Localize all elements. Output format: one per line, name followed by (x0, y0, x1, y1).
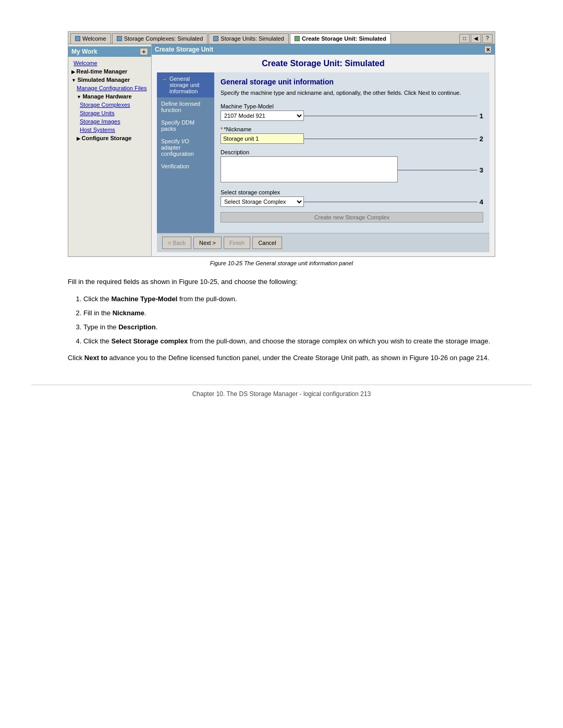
back-button[interactable]: < Back (162, 237, 191, 249)
annotation-num-4: 4 (480, 198, 483, 206)
tab-storage-complexes[interactable]: Storage Complexes: Simulated (112, 33, 208, 44)
step2-bold: Nickname (113, 309, 144, 317)
description-field-content (221, 156, 398, 184)
sidebar-item-realtime[interactable]: Real-time Manager (68, 67, 151, 76)
page-footer: Chapter 10. The DS Storage Manager - log… (31, 385, 532, 398)
tab-icon-complexes (117, 36, 122, 41)
wizard-section-title: General storage unit information (221, 78, 483, 86)
body-steps-list: Click the Machine Type-Model from the pu… (83, 294, 495, 347)
machine-type-select[interactable]: 2107 Model 921 (221, 110, 304, 121)
storage-complex-field-row: Select Storage Complex 4 (221, 196, 483, 207)
annotation-line-3 (398, 170, 478, 170)
body-text: Fill in the required fields as shown in … (68, 277, 495, 364)
nickname-input[interactable] (221, 133, 304, 144)
wizard-content: General storage unit information Specify… (214, 72, 489, 233)
wizard-steps: → General storage unit information Defin… (157, 72, 214, 233)
sidebar-item-host-systems[interactable]: Host Systems (68, 126, 151, 134)
tab-welcome[interactable]: Welcome (70, 33, 111, 44)
storage-complex-field-content: Select Storage Complex (221, 196, 304, 207)
annotation-line-4 (304, 202, 478, 202)
tab-controls: □ ◀ ? (459, 34, 493, 43)
body-next-para: Click Next to advance you to the Define … (68, 353, 495, 364)
next-button[interactable]: Next > (193, 237, 222, 249)
sidebar-item-config-files[interactable]: Manage Configuration Files (68, 84, 151, 92)
tab-minimize-btn[interactable]: □ (459, 34, 470, 43)
sidebar-item-simulated[interactable]: Simulated Manager (68, 76, 151, 84)
storage-complex-label: Select storage complex (221, 189, 483, 195)
tab-storage-units[interactable]: Storage Units: Simulated (209, 33, 289, 44)
nickname-group: *Nickname 2 (221, 126, 483, 144)
step3-bold: Description (118, 323, 156, 331)
step1-bold: Machine Type-Model (111, 295, 177, 303)
cancel-button[interactable]: Cancel (252, 237, 282, 249)
panel-main-title: Create Storage Unit: Simulated (157, 59, 489, 68)
sidebar-item-manage-hardware[interactable]: Manage Hardware (68, 92, 151, 101)
sidebar: My Work + Welcome Real-time Manager Simu… (68, 44, 152, 256)
annotation-num-2: 2 (480, 135, 483, 143)
sidebar-item-welcome[interactable]: Welcome (68, 59, 151, 67)
screenshot: Welcome Storage Complexes: Simulated Sto… (68, 31, 495, 257)
storage-complex-select[interactable]: Select Storage Complex (221, 196, 304, 207)
panel-inner: Create Storage Unit: Simulated → General… (152, 55, 495, 256)
machine-type-field-content: 2107 Model 921 (221, 110, 304, 121)
description-label: Description (221, 149, 483, 155)
wizard-step-verification[interactable]: Verification (157, 160, 214, 172)
body-intro: Fill in the required fields as shown in … (68, 277, 495, 288)
wizard-step-licensed[interactable]: Define licensed function (157, 97, 214, 116)
body-step-1: Click the Machine Type-Model from the pu… (83, 294, 495, 305)
wizard-step-ddm[interactable]: Specify DDM packs (157, 116, 214, 135)
figure-caption: Figure 10-25 The General storage unit in… (31, 260, 532, 266)
machine-type-group: Machine Type-Model 2107 Model 921 1 (221, 103, 483, 121)
description-field-row: 3 (221, 156, 483, 184)
body-step-3: Type in the Description. (83, 322, 495, 333)
nickname-field-row: 2 (221, 133, 483, 144)
wizard-area: → General storage unit information Defin… (157, 72, 489, 233)
sidebar-header: My Work + (68, 46, 151, 57)
storage-complex-group: Select storage complex Select Storage Co… (221, 189, 483, 223)
annotation-line-1 (304, 116, 478, 116)
nickname-label: *Nickname (221, 126, 483, 132)
annotation-line-2 (304, 139, 478, 139)
tab-icon-create (295, 36, 300, 41)
sidebar-item-configure-storage[interactable]: Configure Storage (68, 134, 151, 142)
create-new-storage-complex-btn[interactable]: Create new Storage Complex (221, 212, 483, 223)
wizard-description: Specify the machine type and nickname an… (221, 89, 483, 97)
tab-create-storage-unit[interactable]: Create Storage Unit: Simulated (290, 33, 391, 44)
step4-bold: Select Storage complex (111, 337, 188, 345)
machine-type-label: Machine Type-Model (221, 103, 483, 109)
right-panel: Create Storage Unit ✕ Create Storage Uni… (152, 44, 495, 256)
tab-icon-welcome (75, 36, 80, 41)
description-textarea[interactable] (221, 156, 398, 182)
body-step-2: Fill in the Nickname. (83, 308, 495, 319)
tab-back-btn[interactable]: ◀ (471, 34, 481, 43)
nickname-field-content (221, 133, 304, 144)
wizard-step-general[interactable]: → General storage unit information (157, 72, 214, 97)
body-step-4: Click the Select Storage complex from th… (83, 336, 495, 347)
sidebar-item-storage-images[interactable]: Storage Images (68, 117, 151, 126)
sidebar-item-storage-units[interactable]: Storage Units (68, 109, 151, 117)
wizard-bottom-buttons: < Back Next > Finish Cancel (157, 233, 489, 252)
next-bold: Next to (84, 354, 107, 362)
panel-close-btn[interactable]: ✕ (484, 46, 492, 53)
wizard-step-arrow: → (161, 76, 167, 83)
tab-help-btn[interactable]: ? (482, 34, 493, 43)
tab-bar: Welcome Storage Complexes: Simulated Sto… (68, 32, 495, 44)
main-content: My Work + Welcome Real-time Manager Simu… (68, 44, 495, 256)
machine-type-field-row: 2107 Model 921 1 (221, 110, 483, 121)
description-group: Description 3 (221, 149, 483, 184)
tab-icon-units (213, 36, 218, 41)
annotation-num-1: 1 (480, 112, 483, 120)
finish-button[interactable]: Finish (224, 237, 250, 249)
sidebar-expand-btn[interactable]: + (140, 48, 148, 55)
panel-title-bar: Create Storage Unit ✕ (152, 44, 495, 55)
sidebar-item-storage-complexes[interactable]: Storage Complexes (68, 101, 151, 109)
annotation-num-3: 3 (480, 166, 483, 174)
wizard-step-io[interactable]: Specify I/O adapter configuration (157, 135, 214, 160)
